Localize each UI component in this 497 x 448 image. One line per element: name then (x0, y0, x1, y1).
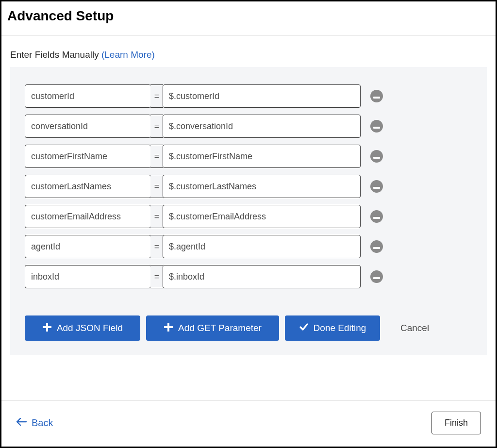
field-row: = (25, 145, 472, 168)
field-value-input[interactable] (163, 145, 361, 168)
field-row: = (25, 175, 472, 198)
field-row: = (25, 235, 472, 258)
add-json-field-button[interactable]: Add JSON Field (25, 315, 140, 341)
svg-rect-8 (43, 326, 51, 328)
content-area: Enter Fields Manually (Learn More) =====… (1, 36, 496, 355)
action-button-row: Add JSON Field Add GET Parameter Done Ed… (25, 315, 472, 341)
page-title: Advanced Setup (7, 8, 490, 24)
field-value-input[interactable] (163, 115, 361, 138)
svg-rect-0 (373, 97, 380, 99)
remove-field-button[interactable] (370, 210, 383, 223)
fields-panel: ======= Add JSON Field Add GET Parameter… (10, 67, 487, 355)
field-key-input[interactable] (25, 205, 151, 228)
minus-icon (373, 243, 380, 250)
field-value-input[interactable] (163, 265, 361, 288)
done-editing-button[interactable]: Done Editing (285, 315, 380, 341)
minus-icon (373, 183, 380, 190)
field-key-input[interactable] (25, 145, 151, 168)
svg-rect-4 (373, 217, 380, 219)
done-editing-label: Done Editing (314, 323, 366, 333)
field-row: = (25, 265, 472, 288)
svg-rect-1 (373, 127, 380, 129)
equals-separator: = (150, 84, 163, 108)
cancel-label: Cancel (400, 323, 429, 333)
equals-separator: = (150, 145, 163, 168)
svg-rect-2 (373, 157, 380, 159)
cancel-button[interactable]: Cancel (386, 315, 444, 341)
equals-separator: = (150, 175, 163, 198)
finish-button[interactable]: Finish (431, 412, 481, 434)
plus-icon (42, 322, 52, 334)
remove-field-button[interactable] (370, 90, 383, 102)
enter-fields-label: Enter Fields Manually (Learn More) (10, 50, 487, 60)
remove-field-button[interactable] (370, 180, 383, 193)
field-row: = (25, 205, 472, 228)
field-key-input[interactable] (25, 175, 151, 198)
back-label: Back (32, 417, 53, 429)
page-header: Advanced Setup (1, 1, 496, 36)
plus-icon (164, 322, 173, 334)
minus-icon (373, 213, 380, 220)
add-get-parameter-button[interactable]: Add GET Parameter (146, 315, 279, 341)
svg-rect-10 (164, 326, 173, 328)
field-value-input[interactable] (163, 84, 361, 108)
field-key-input[interactable] (25, 265, 151, 288)
check-icon (299, 322, 309, 334)
minus-icon (373, 153, 380, 160)
remove-field-button[interactable] (370, 150, 383, 163)
arrow-left-icon (16, 417, 27, 429)
add-json-field-label: Add JSON Field (57, 323, 123, 333)
footer: Back Finish (1, 400, 496, 448)
field-key-input[interactable] (25, 235, 151, 258)
equals-separator: = (150, 205, 163, 228)
remove-field-button[interactable] (370, 120, 383, 133)
svg-rect-5 (373, 247, 380, 249)
learn-more-link[interactable]: (Learn More) (101, 50, 155, 60)
remove-field-button[interactable] (370, 240, 383, 253)
field-value-input[interactable] (163, 205, 361, 228)
back-button[interactable]: Back (16, 417, 53, 429)
minus-icon (373, 93, 380, 100)
enter-fields-text: Enter Fields Manually (10, 50, 101, 60)
svg-rect-6 (373, 277, 380, 279)
field-value-input[interactable] (163, 175, 361, 198)
field-key-input[interactable] (25, 84, 151, 108)
add-get-parameter-label: Add GET Parameter (178, 323, 262, 333)
equals-separator: = (150, 115, 163, 138)
field-value-input[interactable] (163, 235, 361, 258)
equals-separator: = (150, 265, 163, 288)
remove-field-button[interactable] (370, 270, 383, 283)
finish-label: Finish (445, 418, 468, 428)
minus-icon (373, 273, 380, 281)
field-row: = (25, 115, 472, 138)
equals-separator: = (150, 235, 163, 258)
field-key-input[interactable] (25, 115, 151, 138)
svg-rect-3 (373, 187, 380, 189)
field-row: = (25, 84, 472, 108)
fields-container: ======= (25, 84, 472, 288)
minus-icon (373, 123, 380, 130)
